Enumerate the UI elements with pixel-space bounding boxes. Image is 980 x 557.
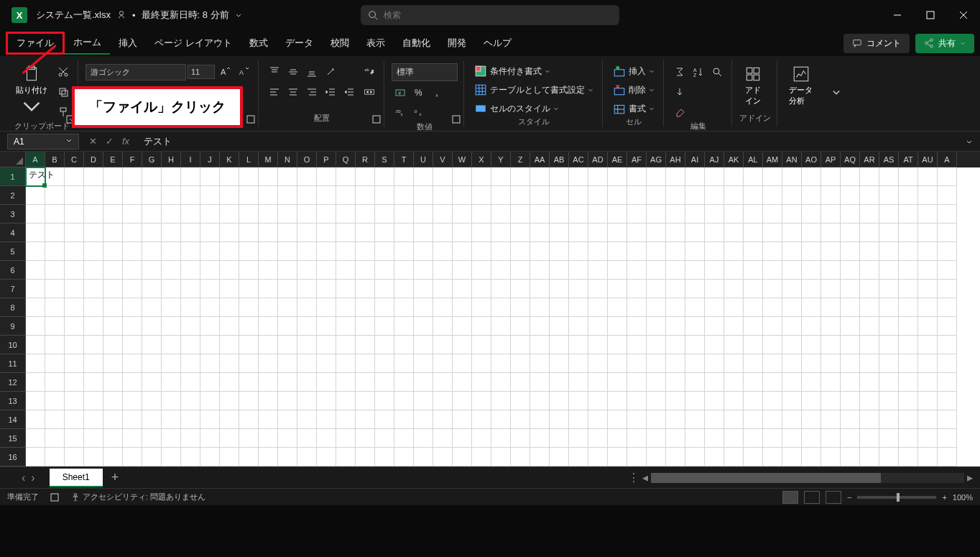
cell[interactable] [899, 205, 918, 224]
cell[interactable] [103, 354, 123, 373]
column-header[interactable]: B [45, 152, 65, 167]
cell[interactable] [220, 317, 239, 336]
cell[interactable] [511, 205, 530, 224]
cell[interactable] [103, 298, 123, 317]
cell[interactable] [278, 410, 297, 429]
cell[interactable] [608, 354, 627, 373]
cell[interactable] [123, 242, 142, 261]
cell[interactable] [782, 317, 802, 336]
format-table-button[interactable]: テーブルとして書式設定 [471, 82, 596, 98]
cell[interactable] [530, 354, 550, 373]
cell[interactable] [550, 392, 569, 410]
cell[interactable] [472, 448, 491, 466]
cell[interactable] [220, 373, 239, 392]
cell[interactable] [297, 167, 317, 186]
column-header[interactable]: Q [336, 152, 356, 167]
cell[interactable] [297, 392, 317, 410]
decrease-font-button[interactable]: A [235, 63, 252, 80]
cell[interactable] [453, 186, 472, 205]
cell[interactable] [666, 373, 685, 392]
cell[interactable] [569, 242, 588, 261]
cell[interactable] [297, 242, 317, 261]
cell[interactable] [162, 392, 181, 410]
cell[interactable] [45, 317, 65, 336]
column-header[interactable]: K [220, 152, 239, 167]
zoom-level[interactable]: 100% [953, 493, 973, 502]
cell[interactable] [394, 224, 414, 242]
cell[interactable] [647, 167, 666, 186]
cell[interactable] [666, 317, 685, 336]
cell[interactable] [744, 317, 763, 336]
cell[interactable] [84, 429, 103, 448]
cell[interactable] [627, 410, 647, 429]
cell[interactable] [142, 224, 162, 242]
cell[interactable] [65, 167, 84, 186]
cell[interactable] [394, 186, 414, 205]
cell[interactable] [763, 354, 782, 373]
cell[interactable] [763, 205, 782, 224]
cell[interactable] [317, 280, 336, 298]
cell[interactable] [181, 167, 200, 186]
cell[interactable] [938, 336, 957, 354]
cell[interactable] [763, 261, 782, 280]
cell[interactable] [45, 336, 65, 354]
cell[interactable] [26, 392, 45, 410]
cell[interactable] [375, 205, 394, 224]
cell[interactable] [685, 429, 705, 448]
cell[interactable] [666, 336, 685, 354]
cell[interactable] [530, 448, 550, 466]
cell[interactable] [763, 298, 782, 317]
cell[interactable] [685, 242, 705, 261]
column-header[interactable]: AH [666, 152, 685, 167]
cell[interactable] [627, 205, 647, 224]
cell[interactable] [588, 261, 608, 280]
cell[interactable] [297, 410, 317, 429]
cell[interactable] [317, 242, 336, 261]
cell[interactable] [239, 373, 259, 392]
cell[interactable] [414, 448, 433, 466]
cell[interactable] [123, 205, 142, 224]
cell[interactable] [705, 448, 724, 466]
cell[interactable] [220, 429, 239, 448]
cell[interactable] [26, 373, 45, 392]
cell[interactable] [705, 429, 724, 448]
cell[interactable] [491, 336, 511, 354]
cell[interactable] [588, 280, 608, 298]
cell[interactable] [647, 392, 666, 410]
cell[interactable] [278, 392, 297, 410]
cell[interactable] [200, 373, 220, 392]
cell[interactable] [763, 317, 782, 336]
cell[interactable] [705, 392, 724, 410]
cell[interactable] [181, 410, 200, 429]
cell[interactable] [433, 280, 453, 298]
cell[interactable] [200, 429, 220, 448]
cell[interactable] [375, 280, 394, 298]
decrease-decimal-button[interactable]: .0 [410, 104, 427, 121]
cell[interactable] [162, 373, 181, 392]
cell[interactable] [162, 298, 181, 317]
cell[interactable] [259, 298, 278, 317]
cell[interactable] [394, 242, 414, 261]
column-header[interactable]: AJ [705, 152, 724, 167]
cell[interactable] [84, 354, 103, 373]
cell[interactable] [608, 224, 627, 242]
cell[interactable] [782, 186, 802, 205]
cell[interactable] [608, 261, 627, 280]
cell[interactable] [65, 410, 84, 429]
cell[interactable] [433, 261, 453, 280]
cell[interactable] [336, 186, 356, 205]
cell[interactable] [821, 242, 841, 261]
row-header[interactable]: 15 [0, 429, 26, 448]
cell[interactable] [802, 205, 821, 224]
cell[interactable] [200, 392, 220, 410]
cell[interactable] [918, 336, 938, 354]
cell[interactable] [433, 242, 453, 261]
cell[interactable] [336, 354, 356, 373]
add-sheet-button[interactable]: + [103, 467, 128, 488]
cell[interactable] [569, 429, 588, 448]
cell[interactable] [356, 280, 375, 298]
cell[interactable] [103, 261, 123, 280]
cell[interactable] [103, 448, 123, 466]
cell[interactable] [530, 373, 550, 392]
cell[interactable] [472, 298, 491, 317]
